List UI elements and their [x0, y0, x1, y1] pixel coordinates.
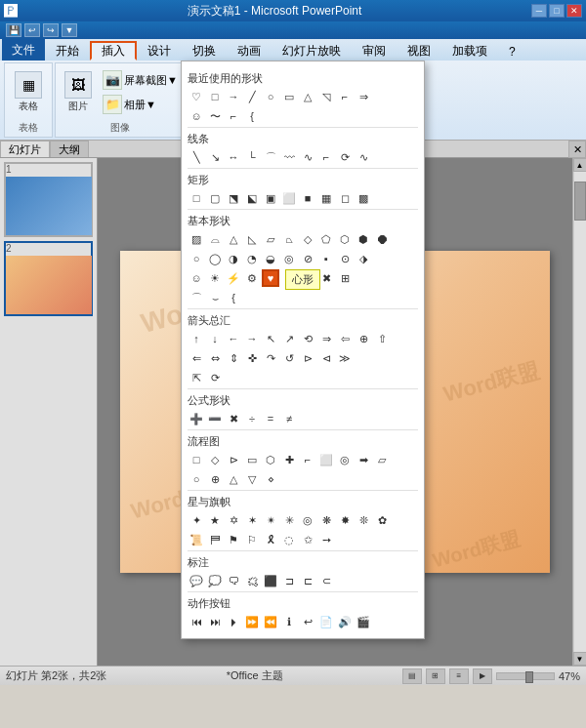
callout-oval[interactable]: 💭	[206, 572, 224, 589]
callout-rect[interactable]: 💬	[188, 572, 205, 589]
callout-bent[interactable]: ⬛	[262, 572, 279, 589]
arrow-right2[interactable]: ⇒	[317, 330, 335, 347]
line-elbow[interactable]: └	[243, 148, 261, 166]
action-doc[interactable]: 📄	[317, 613, 335, 630]
basic-hex[interactable]: ⬡	[336, 230, 354, 248]
shape-bend-recent[interactable]: ⌐	[336, 88, 354, 105]
flow-spool[interactable]: ◎	[336, 451, 354, 468]
arrow-extra1[interactable]: ⇱	[188, 369, 205, 386]
rect-round[interactable]: ▢	[206, 189, 224, 207]
basic-rtri[interactable]: ◺	[243, 230, 261, 248]
flow-rect3[interactable]: ⬡	[262, 451, 279, 468]
star-target[interactable]: ◎	[299, 511, 316, 529]
rect-snip[interactable]: ⬔	[225, 189, 242, 207]
shape-rect-recent[interactable]: ▭	[280, 88, 298, 105]
callout-strip[interactable]: ⊐	[280, 572, 298, 589]
arrow-curve[interactable]: ↷	[262, 349, 279, 367]
eq-plus[interactable]: ➕	[188, 410, 205, 427]
customize-icon[interactable]: ▼	[62, 23, 77, 37]
arrow-extra2[interactable]: ⟳	[206, 369, 224, 386]
basic-wave[interactable]: ⌓	[206, 230, 224, 248]
flow-para[interactable]: ▱	[373, 451, 391, 468]
shape-arrow-recent[interactable]: →	[225, 88, 242, 105]
arrow-left[interactable]: ←	[225, 330, 242, 347]
rect-frame[interactable]: ⬜	[280, 189, 298, 207]
line-straight[interactable]: ╲	[188, 148, 205, 166]
line-arrow[interactable]: ↘	[206, 148, 224, 166]
star-5pt[interactable]: ★	[206, 511, 224, 529]
action-play[interactable]: ⏵	[225, 613, 242, 630]
eq-notequal[interactable]: ≠	[280, 410, 298, 427]
redo-icon[interactable]: ↪	[43, 23, 59, 37]
arrow-down[interactable]: ↓	[206, 330, 224, 347]
arrow-upright[interactable]: ↗	[280, 330, 298, 347]
arrow-loop[interactable]: ↺	[280, 349, 298, 367]
action-end[interactable]: ⏩	[243, 613, 261, 630]
star-7pt[interactable]: ✶	[243, 511, 261, 529]
tab-review[interactable]: 审阅	[352, 41, 397, 61]
reading-view-button[interactable]: ≡	[449, 668, 469, 684]
tab-switch[interactable]: 切换	[182, 41, 227, 61]
line-freeform[interactable]: 〰	[280, 148, 298, 166]
star-badge[interactable]: ✿	[373, 511, 391, 529]
arrow-up[interactable]: ↑	[188, 330, 205, 347]
shape-heart-recent[interactable]: ♡	[188, 88, 205, 105]
flag-ellipse[interactable]: ◌	[280, 531, 298, 548]
basic-tri[interactable]: △	[225, 230, 242, 248]
line-connector[interactable]: ⌐	[317, 148, 335, 166]
arrow-shape3[interactable]: ≫	[336, 349, 354, 367]
tab-addins[interactable]: 加载项	[441, 41, 498, 61]
arrow-shape2[interactable]: ⊲	[317, 349, 335, 367]
shape-wave[interactable]: 〜	[206, 107, 224, 125]
flow-diamond[interactable]: ◇	[206, 451, 224, 468]
line-dbl-arrow[interactable]: ↔	[225, 148, 242, 166]
line-scribble[interactable]: ∿	[299, 148, 316, 166]
tab-slides[interactable]: 幻灯片	[0, 141, 50, 157]
basic-trap[interactable]: ⏢	[280, 230, 298, 248]
close-button[interactable]: ✕	[566, 4, 582, 18]
basic-sun[interactable]: ☀	[206, 269, 224, 287]
tab-file[interactable]: 文件	[2, 39, 45, 61]
flow-rect2[interactable]: ▭	[243, 451, 261, 468]
basic-pie[interactable]: ◔	[243, 250, 261, 267]
flow-arrow2[interactable]: ➡	[355, 451, 372, 468]
flow-circle[interactable]: ○	[188, 470, 205, 488]
shape-bracket[interactable]: {	[243, 107, 261, 125]
arrow-4way[interactable]: ✜	[243, 349, 261, 367]
tab-outline[interactable]: 大纲	[50, 141, 89, 157]
shape-rtri-recent[interactable]: ◹	[317, 88, 335, 105]
flow-plus[interactable]: ⊕	[206, 470, 224, 488]
basic-crescent[interactable]: ◑	[225, 250, 242, 267]
flow-rect[interactable]: □	[188, 451, 205, 468]
shape-arrow2-recent[interactable]: ⇒	[355, 88, 372, 105]
arrow-ud[interactable]: ⇕	[225, 349, 242, 367]
eq-divide[interactable]: ÷	[243, 410, 261, 427]
image-button[interactable]: 🖼 图片	[60, 68, 97, 116]
basic-brace2[interactable]: ⌣	[206, 289, 224, 306]
rect-basic[interactable]: □	[188, 189, 205, 207]
flow-tri2[interactable]: ▽	[243, 470, 261, 488]
tab-start[interactable]: 开始	[45, 41, 90, 61]
rect-stripe[interactable]: ▦	[317, 189, 335, 207]
action-fwd[interactable]: ⏭	[206, 613, 224, 630]
shape-smile[interactable]: ☺	[188, 107, 205, 125]
scroll-up-button[interactable]: ▲	[573, 158, 587, 172]
star-burst[interactable]: ✸	[336, 511, 354, 529]
action-return[interactable]: ↩	[299, 613, 316, 630]
star-8pt[interactable]: ✴	[262, 511, 279, 529]
flag-wavy[interactable]: ⚐	[243, 531, 261, 548]
flag-star2[interactable]: ✩	[299, 531, 316, 548]
basic-noentry[interactable]: ⊘	[299, 250, 316, 267]
callout-extra2[interactable]: ⊂	[317, 572, 335, 589]
basic-oval[interactable]: ◯	[206, 250, 224, 267]
screenshot-button[interactable]: 📷 屏幕截图▼	[99, 68, 182, 92]
album-button[interactable]: 📁 相册▼	[99, 93, 182, 116]
scroll-down-button[interactable]: ▼	[573, 652, 587, 666]
line-bend-arrow[interactable]: ⟳	[336, 148, 354, 166]
arrow-quad[interactable]: ⊕	[355, 330, 372, 347]
basic-img[interactable]: ▨	[188, 230, 205, 248]
flag-wave[interactable]: ⚑	[225, 531, 242, 548]
arrow-notch[interactable]: ⇧	[373, 330, 391, 347]
panel-close-button[interactable]: ✕	[568, 141, 586, 158]
rect-r1[interactable]: ◻	[336, 189, 354, 207]
